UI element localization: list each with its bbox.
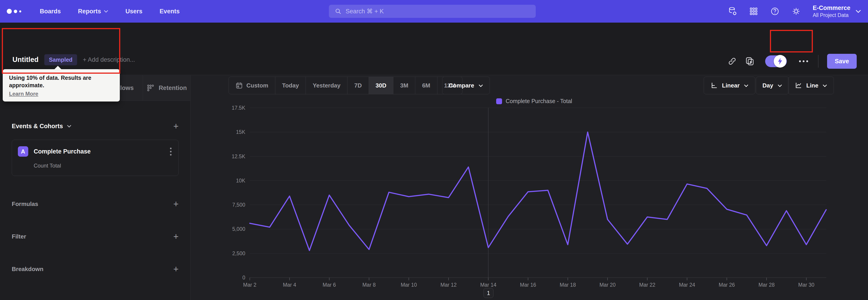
x-axis-tick: Mar 8 bbox=[362, 282, 376, 288]
x-axis-tick: Mar 18 bbox=[560, 282, 576, 288]
chevron-down-icon bbox=[67, 125, 72, 128]
pagination-page-1[interactable]: 1 bbox=[484, 288, 493, 298]
chart-panel: CustomTodayYesterday7D30D3M6M12M Compare… bbox=[191, 75, 868, 300]
query-sidebar: Insights Funnels Flows Retention Events … bbox=[0, 75, 191, 300]
data-management-icon[interactable] bbox=[727, 6, 737, 16]
x-axis-tick: Mar 6 bbox=[322, 282, 336, 288]
header-divider bbox=[818, 55, 818, 68]
add-filter-button[interactable]: + bbox=[174, 232, 179, 241]
more-options-button[interactable] bbox=[798, 59, 809, 63]
apps-grid-icon[interactable] bbox=[749, 6, 758, 16]
learn-more-link[interactable]: Learn More bbox=[9, 91, 38, 97]
page-number: 1 bbox=[487, 290, 490, 297]
x-axis-tick: Mar 30 bbox=[798, 282, 814, 288]
mixpanel-insights-report: BoardsReportsUsersEvents Search ⌘ + K E-… bbox=[0, 0, 868, 300]
add-breakdown-button[interactable]: + bbox=[174, 265, 179, 274]
series-complete-purchase[interactable] bbox=[250, 132, 826, 250]
header-actions: Save bbox=[727, 54, 857, 69]
breakdown-section-label: Breakdown bbox=[12, 266, 43, 273]
copy-link-icon[interactable] bbox=[727, 57, 737, 66]
x-axis-tick: Mar 20 bbox=[599, 282, 616, 288]
tab-retention[interactable]: Retention bbox=[143, 75, 190, 101]
add-formula-button[interactable]: + bbox=[174, 200, 179, 208]
add-description-field[interactable]: + Add description... bbox=[83, 56, 135, 63]
help-icon[interactable] bbox=[770, 6, 780, 16]
nav-link-label: Reports bbox=[78, 8, 101, 15]
x-axis-tick: Mar 28 bbox=[758, 282, 775, 288]
formulas-section-label: Formulas bbox=[12, 201, 38, 208]
x-axis-tick: Mar 26 bbox=[719, 282, 735, 288]
y-axis-tick: 7,500 bbox=[232, 202, 245, 208]
event-name[interactable]: Complete Purchase bbox=[34, 148, 91, 155]
y-axis-tick: 17.5K bbox=[232, 105, 246, 111]
nav-link-users[interactable]: Users bbox=[125, 8, 143, 15]
events-cohorts-header[interactable]: Events & Cohorts bbox=[12, 123, 72, 130]
settings-gear-icon[interactable] bbox=[792, 6, 801, 16]
x-axis-tick: Mar 24 bbox=[679, 282, 695, 288]
y-axis-tick: 5,000 bbox=[232, 226, 245, 232]
x-axis-tick: Mar 22 bbox=[639, 282, 655, 288]
report-title[interactable]: Untitled bbox=[12, 56, 38, 64]
y-axis-tick: 15K bbox=[236, 129, 246, 135]
x-axis-tick: Mar 10 bbox=[401, 282, 417, 288]
nav-link-boards[interactable]: Boards bbox=[40, 8, 61, 15]
sampling-tooltip: Using 10% of data. Results are approxima… bbox=[3, 69, 120, 101]
sampling-toggle-thumb bbox=[774, 55, 786, 68]
y-axis-tick: 0 bbox=[242, 275, 245, 280]
sampling-toggle[interactable] bbox=[765, 55, 787, 67]
nav-link-label: Events bbox=[160, 8, 180, 15]
line-chart[interactable]: 02,5005,0007,50010K12.5K15K17.5KMar 2Mar… bbox=[191, 75, 868, 300]
x-axis-tick: Mar 14 bbox=[480, 282, 496, 288]
x-axis-tick: Mar 2 bbox=[243, 282, 256, 288]
nav-link-label: Boards bbox=[40, 8, 61, 15]
nav-right-cluster: E-Commerce All Project Data bbox=[727, 0, 861, 23]
save-button[interactable]: Save bbox=[827, 54, 857, 69]
project-name: E-Commerce bbox=[813, 4, 850, 12]
chevron-down-icon bbox=[104, 10, 108, 13]
project-scope: All Project Data bbox=[813, 12, 848, 19]
event-menu-button[interactable] bbox=[169, 147, 173, 156]
search-placeholder: Search ⌘ + K bbox=[346, 8, 384, 15]
x-axis-tick: Mar 16 bbox=[520, 282, 536, 288]
tooltip-text: Using 10% of data. Results are approxima… bbox=[9, 74, 114, 89]
x-axis-tick: Mar 12 bbox=[440, 282, 457, 288]
y-axis-tick: 2,500 bbox=[232, 250, 245, 257]
global-search-input[interactable]: Search ⌘ + K bbox=[329, 5, 536, 18]
add-event-button[interactable]: + bbox=[174, 122, 179, 131]
top-navbar: BoardsReportsUsersEvents Search ⌘ + K E-… bbox=[0, 0, 868, 23]
search-icon bbox=[335, 8, 342, 15]
event-series-badge: A bbox=[18, 146, 28, 157]
project-switcher[interactable]: E-Commerce All Project Data bbox=[813, 4, 861, 19]
nav-link-label: Users bbox=[125, 8, 143, 15]
mixpanel-logo-icon[interactable] bbox=[7, 9, 25, 14]
lightning-bolt-icon bbox=[777, 57, 783, 65]
report-header: Untitled Sampled + Add description... Sa… bbox=[0, 23, 868, 75]
nav-links: BoardsReportsUsersEvents bbox=[40, 8, 180, 15]
event-card[interactable]: A Complete Purchase Count Total bbox=[12, 140, 179, 176]
filter-section-label: Filter bbox=[12, 233, 26, 240]
nav-link-reports[interactable]: Reports bbox=[78, 8, 108, 15]
copy-report-icon[interactable] bbox=[745, 57, 754, 66]
sidebar-body: Events & Cohorts + A Complete Purchase C… bbox=[0, 101, 190, 300]
retention-icon bbox=[147, 84, 155, 92]
events-cohorts-label: Events & Cohorts bbox=[12, 123, 63, 130]
chevron-down-icon bbox=[855, 9, 861, 13]
sampled-badge[interactable]: Sampled bbox=[44, 54, 77, 65]
tab-label: Retention bbox=[159, 85, 187, 92]
y-axis-tick: 12.5K bbox=[232, 153, 246, 159]
nav-link-events[interactable]: Events bbox=[160, 8, 180, 15]
x-axis-tick: Mar 4 bbox=[283, 282, 296, 288]
event-metric[interactable]: Count Total bbox=[34, 162, 173, 169]
y-axis-tick: 10K bbox=[236, 178, 246, 184]
